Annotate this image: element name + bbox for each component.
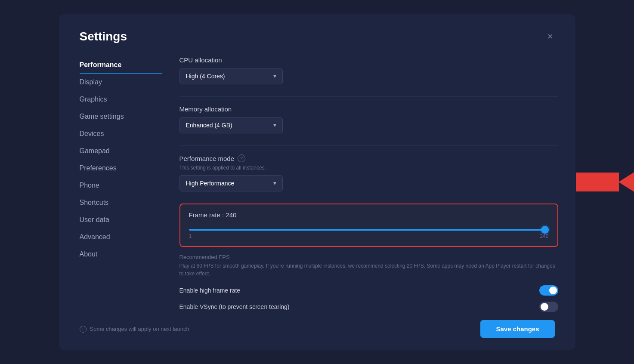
memory-section: Memory allocation Enhanced (4 GB) Standa… [179, 105, 558, 133]
vsync-toggle[interactable] [539, 302, 558, 312]
perf-mode-label: Performance mode [179, 155, 235, 162]
recommended-fps-label: Recommended FPS [179, 254, 558, 260]
vsync-row: Enable VSync (to prevent screen tearing) [179, 302, 558, 312]
perf-mode-select-wrapper: High Performance Balanced Power Saving ▼ [179, 175, 283, 191]
sidebar-item-advanced[interactable]: Advanced [80, 228, 162, 246]
perf-mode-row: Performance mode ? [179, 154, 558, 162]
sidebar-item-performance[interactable]: Performance [80, 56, 162, 74]
footer-info-icon: i [80, 326, 87, 333]
divider-2 [179, 145, 558, 146]
sidebar-item-phone[interactable]: Phone [80, 177, 162, 194]
save-changes-button[interactable]: Save changes [480, 320, 554, 338]
slider-range-labels: 1 240 [189, 233, 549, 239]
footer-note: i Some changes will apply on next launch [80, 326, 189, 333]
arrow-body [576, 173, 619, 191]
high-frame-toggle[interactable] [539, 285, 558, 296]
frame-rate-box: Frame rate : 240 1 240 [179, 204, 558, 247]
cpu-label: CPU allocation [179, 56, 558, 64]
sidebar: Performance Display Graphics Game settin… [59, 52, 162, 313]
high-frame-rate-row: Enable high frame rate [179, 285, 558, 296]
arrow-head [619, 163, 634, 201]
slider-max-label: 240 [540, 233, 548, 239]
modal-footer: i Some changes will apply on next launch… [59, 313, 575, 350]
vsync-label: Enable VSync (to prevent screen tearing) [179, 303, 290, 310]
vsync-track[interactable] [539, 302, 558, 312]
memory-label: Memory allocation [179, 105, 558, 113]
arrow-annotation [576, 163, 634, 201]
modal-header: Settings × [59, 14, 575, 52]
perf-mode-section: Performance mode ? This setting is appli… [179, 154, 558, 191]
perf-mode-sublabel: This setting is applied to all instances… [179, 165, 558, 171]
modal-body: Performance Display Graphics Game settin… [59, 52, 575, 313]
memory-select[interactable]: Enhanced (4 GB) Standard (2 GB) Low (1 G… [179, 117, 283, 133]
help-icon[interactable]: ? [238, 154, 245, 162]
close-button[interactable]: × [546, 30, 555, 43]
cpu-select-wrapper: High (4 Cores) Medium (2 Cores) Low (1 C… [179, 68, 283, 84]
sidebar-item-shortcuts[interactable]: Shortcuts [80, 194, 162, 211]
sidebar-item-about[interactable]: About [80, 246, 162, 263]
settings-modal: Settings × Performance Display Graphics … [59, 14, 575, 350]
high-frame-label: Enable high frame rate [179, 287, 241, 294]
sidebar-item-graphics[interactable]: Graphics [80, 91, 162, 108]
frame-rate-slider[interactable] [189, 229, 549, 231]
sidebar-item-devices[interactable]: Devices [80, 125, 162, 142]
cpu-select[interactable]: High (4 Cores) Medium (2 Cores) Low (1 C… [179, 68, 283, 84]
sidebar-item-preferences[interactable]: Preferences [80, 160, 162, 177]
footer-note-text: Some changes will apply on next launch [90, 326, 189, 332]
cpu-section: CPU allocation High (4 Cores) Medium (2 … [179, 56, 558, 84]
recommended-fps-desc: Play at 60 FPS for smooth gameplay. If y… [179, 262, 558, 278]
sidebar-item-gamepad[interactable]: Gamepad [80, 142, 162, 160]
sidebar-item-game-settings[interactable]: Game settings [80, 108, 162, 125]
sidebar-item-display[interactable]: Display [80, 74, 162, 91]
high-frame-track[interactable] [539, 285, 558, 296]
memory-select-wrapper: Enhanced (4 GB) Standard (2 GB) Low (1 G… [179, 117, 283, 133]
frame-rate-label: Frame rate : 240 [189, 211, 549, 219]
perf-mode-select[interactable]: High Performance Balanced Power Saving [179, 175, 283, 191]
sidebar-item-user-data[interactable]: User data [80, 211, 162, 228]
high-frame-knob [549, 287, 557, 294]
content-area: CPU allocation High (4 Cores) Medium (2 … [162, 52, 575, 313]
modal-title: Settings [80, 30, 127, 43]
divider-1 [179, 96, 558, 97]
slider-min-label: 1 [189, 233, 192, 239]
vsync-knob [541, 303, 548, 311]
